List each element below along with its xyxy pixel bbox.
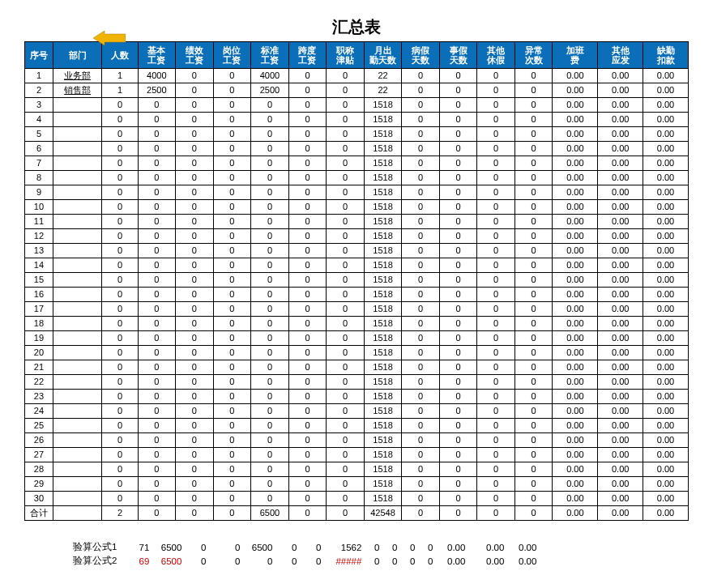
cell-value: 0 bbox=[213, 273, 251, 288]
cell-value: 0 bbox=[102, 302, 138, 317]
cell-value: 0 bbox=[288, 433, 327, 448]
cell-value: 0 bbox=[288, 360, 327, 375]
cell-value: 0 bbox=[327, 506, 365, 521]
table-row: 300000000151800000.000.000.00 bbox=[25, 492, 689, 506]
cell-value: 0 bbox=[288, 375, 327, 390]
cell-value: 0 bbox=[514, 477, 553, 492]
cell-value: 0 bbox=[176, 142, 214, 156]
table-row: 30000000151800000.000.000.00 bbox=[25, 98, 689, 113]
cell-value: 0.00 bbox=[643, 200, 689, 215]
cell-value: 1518 bbox=[364, 200, 402, 215]
cell-value: 0 bbox=[213, 185, 251, 200]
table-row: 60000000151800000.000.000.00 bbox=[25, 142, 689, 156]
table-row: 1业务部14000004000002200000.000.000.00 bbox=[25, 69, 689, 83]
cell-value: 0 bbox=[213, 142, 251, 156]
cell-value: 0.00 bbox=[553, 419, 598, 433]
cell-value: 0.00 bbox=[553, 492, 598, 506]
cell-value: 0.00 bbox=[643, 215, 689, 229]
cell-value: 0 bbox=[288, 113, 327, 127]
cell-value: 0 bbox=[138, 127, 176, 142]
cell-dept bbox=[53, 492, 101, 506]
cell-value: 0 bbox=[138, 375, 176, 390]
cell-value: 1518 bbox=[364, 229, 402, 244]
cell-value: 0.00 bbox=[598, 288, 643, 302]
cell-value: 1518 bbox=[364, 302, 402, 317]
cell-idx: 8 bbox=[25, 171, 53, 185]
cell-value: 0 bbox=[477, 390, 515, 404]
cell-value: 2500 bbox=[138, 83, 176, 98]
cell-value: 1518 bbox=[364, 375, 402, 390]
table-row: 120000000151800000.000.000.00 bbox=[25, 229, 689, 244]
cell-dept bbox=[53, 229, 101, 244]
cell-value: 0 bbox=[102, 419, 138, 433]
cell-value: 0.00 bbox=[553, 215, 598, 229]
cell-dept bbox=[53, 462, 101, 477]
cell-value: 0 bbox=[514, 69, 553, 83]
cell-value: 0.00 bbox=[643, 244, 689, 258]
cell-value: 0 bbox=[251, 433, 289, 448]
cell-value: 0 bbox=[213, 156, 251, 171]
table-row: 260000000151800000.000.000.00 bbox=[25, 433, 689, 448]
cell-value: 0 bbox=[477, 273, 515, 288]
calc-value: 0 bbox=[297, 554, 321, 568]
cell-value: 0.00 bbox=[643, 360, 689, 375]
cell-value: 0 bbox=[288, 404, 327, 419]
cell-idx: 11 bbox=[25, 215, 53, 229]
cell-value: 0 bbox=[439, 113, 477, 127]
cell-dept bbox=[53, 113, 101, 127]
cell-dept bbox=[53, 360, 101, 375]
table-row: 50000000151800000.000.000.00 bbox=[25, 127, 689, 142]
cell-idx: 10 bbox=[25, 200, 53, 215]
cell-value: 0 bbox=[514, 433, 553, 448]
cell-value: 0 bbox=[327, 477, 365, 492]
cell-value: 0 bbox=[477, 83, 515, 98]
cell-value: 0.00 bbox=[598, 98, 643, 113]
cell-value: 0.00 bbox=[553, 288, 598, 302]
cell-value: 1518 bbox=[364, 142, 402, 156]
cell-value: 0.00 bbox=[598, 419, 643, 433]
table-row: 100000000151800000.000.000.00 bbox=[25, 200, 689, 215]
cell-idx: 3 bbox=[25, 98, 53, 113]
cell-value: 0 bbox=[514, 200, 553, 215]
cell-value: 1518 bbox=[364, 492, 402, 506]
cell-idx: 19 bbox=[25, 331, 53, 346]
cell-idx: 24 bbox=[25, 404, 53, 419]
cell-value: 0 bbox=[402, 462, 440, 477]
cell-idx: 14 bbox=[25, 258, 53, 273]
cell-value: 0 bbox=[176, 492, 214, 506]
cell-value: 2 bbox=[102, 506, 138, 521]
cell-value: 0 bbox=[477, 433, 515, 448]
cell-value: 0 bbox=[102, 448, 138, 462]
cell-value: 0 bbox=[477, 142, 515, 156]
cell-value: 0 bbox=[327, 448, 365, 462]
cell-value: 0 bbox=[402, 419, 440, 433]
cell-value: 0 bbox=[251, 288, 289, 302]
cell-value: 0 bbox=[439, 506, 477, 521]
cell-value: 0 bbox=[439, 156, 477, 171]
col-header: 事假天数 bbox=[439, 42, 477, 69]
cell-value: 0.00 bbox=[553, 156, 598, 171]
cell-value: 0 bbox=[213, 200, 251, 215]
cell-value: 0 bbox=[251, 404, 289, 419]
cell-value: 0 bbox=[176, 506, 214, 521]
cell-value: 0 bbox=[327, 142, 365, 156]
cell-value: 0.00 bbox=[643, 98, 689, 113]
cell-dept bbox=[53, 331, 101, 346]
col-header: 其他休假 bbox=[477, 42, 515, 69]
cell-value: 0 bbox=[102, 171, 138, 185]
cell-value: 0 bbox=[102, 229, 138, 244]
cell-dept bbox=[53, 288, 101, 302]
cell-value: 0 bbox=[213, 506, 251, 521]
cell-value: 0 bbox=[288, 302, 327, 317]
cell-value: 0 bbox=[176, 69, 214, 83]
cell-value: 0.00 bbox=[553, 171, 598, 185]
cell-value: 0 bbox=[402, 288, 440, 302]
cell-value: 0 bbox=[138, 229, 176, 244]
cell-value: 0 bbox=[439, 360, 477, 375]
cell-value: 0 bbox=[477, 156, 515, 171]
cell-value: 0 bbox=[514, 142, 553, 156]
cell-value: 0 bbox=[251, 390, 289, 404]
cell-value: 0.00 bbox=[643, 492, 689, 506]
calc-value: ##### bbox=[321, 554, 361, 568]
cell-value: 0 bbox=[102, 331, 138, 346]
